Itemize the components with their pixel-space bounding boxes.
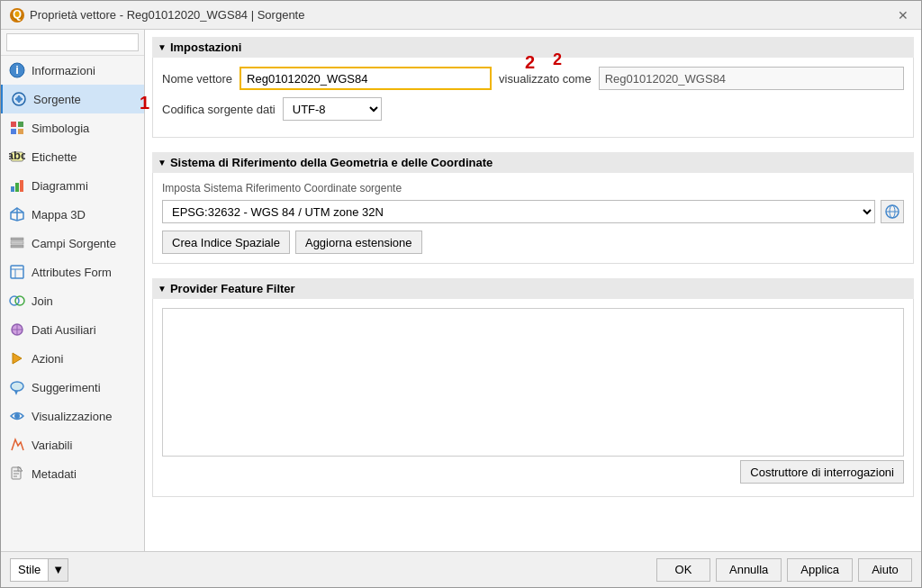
info-icon: i bbox=[8, 61, 26, 79]
sidebar-item-dati[interactable]: Dati Ausiliari bbox=[1, 315, 144, 344]
sidebar-item-attributes[interactable]: Attributes Form bbox=[1, 258, 144, 286]
svg-rect-9 bbox=[18, 129, 23, 134]
join-icon bbox=[8, 292, 26, 310]
sidebar-label-metadati: Metadati bbox=[32, 467, 77, 481]
crs-sub-label: Imposta Sistema Riferimento Coordinate s… bbox=[162, 182, 904, 194]
sidebar-label-variabili: Variabili bbox=[32, 439, 72, 452]
crs-btn-row: Crea Indice Spaziale Aggiorna estensione bbox=[162, 231, 904, 254]
stile-label: Stile bbox=[11, 563, 48, 576]
svg-rect-18 bbox=[11, 238, 23, 240]
sidebar-label-visualizzazione: Visualizzazione bbox=[32, 410, 112, 423]
impostazioni-title: Impostazioni bbox=[170, 41, 241, 54]
etichette-icon: abc bbox=[8, 148, 26, 166]
sidebar-item-azioni[interactable]: Azioni bbox=[1, 344, 144, 373]
footer-right: OK Annulla Applica Aiuto bbox=[656, 558, 912, 582]
codifica-select[interactable]: UTF-8 ISO-8859-1 UTF-16 bbox=[283, 97, 382, 121]
crs-select[interactable]: EPSG:32632 - WGS 84 / UTM zone 32N bbox=[162, 200, 875, 223]
crs-title: Sistema di Riferimento della Geometria e… bbox=[170, 156, 493, 169]
svg-rect-14 bbox=[20, 180, 23, 192]
impostazioni-header[interactable]: ▼ Impostazioni bbox=[152, 37, 914, 58]
campi-icon bbox=[8, 234, 26, 252]
annulla-button[interactable]: Annulla bbox=[716, 558, 782, 582]
sidebar-label-campi: Campi Sorgente bbox=[32, 237, 116, 250]
sidebar-item-suggerimenti[interactable]: Suggerimenti bbox=[1, 373, 144, 402]
aiuto-button[interactable]: Aiuto bbox=[858, 558, 912, 582]
costruttore-button[interactable]: Costruttore di interrogazioni bbox=[740, 460, 904, 484]
stile-combo[interactable]: Stile ▼ bbox=[10, 558, 68, 582]
nome-row: Nome vettore 2 visualizzato come bbox=[162, 67, 904, 90]
svg-rect-21 bbox=[11, 266, 23, 278]
svg-rect-7 bbox=[18, 122, 23, 127]
impostazioni-section: ▼ Impostazioni Nome vettore 2 visualizza… bbox=[152, 37, 914, 138]
footer: Stile ▼ OK Annulla Applica Aiuto bbox=[1, 551, 921, 587]
aggiorna-estensione-button[interactable]: Aggiorna estensione bbox=[295, 231, 422, 254]
nome-label: Nome vettore bbox=[162, 72, 232, 86]
visualizzato-input[interactable] bbox=[599, 67, 904, 90]
sidebar-label-sorgente: Sorgente bbox=[33, 93, 81, 106]
filter-header[interactable]: ▼ Provider Feature Filter bbox=[152, 278, 914, 299]
svg-text:i: i bbox=[15, 63, 19, 77]
sidebar-item-simbologia[interactable]: Simbologia bbox=[1, 113, 144, 142]
svg-point-25 bbox=[15, 296, 24, 305]
search-bar bbox=[1, 30, 144, 56]
sidebar-item-campi[interactable]: Campi Sorgente bbox=[1, 229, 144, 258]
sidebar-item-informazioni[interactable]: i Informazioni bbox=[1, 56, 144, 85]
sidebar-item-join[interactable]: Join bbox=[1, 286, 144, 315]
dati-icon bbox=[8, 321, 26, 339]
svg-rect-6 bbox=[11, 122, 16, 127]
svg-point-32 bbox=[14, 413, 20, 419]
mappa3d-icon bbox=[8, 205, 26, 223]
crs-header[interactable]: ▼ Sistema di Riferimento della Geometria… bbox=[152, 152, 914, 173]
sidebar-item-diagrammi[interactable]: Diagrammi bbox=[1, 171, 144, 200]
azioni-icon bbox=[8, 349, 26, 367]
metadati-icon bbox=[8, 465, 26, 483]
variabili-icon bbox=[8, 436, 26, 454]
sidebar-label-attributes: Attributes Form bbox=[32, 266, 112, 279]
sidebar-label-etichette: Etichette bbox=[32, 150, 77, 164]
sorgente-icon bbox=[10, 90, 28, 108]
crs-combo-row: EPSG:32632 - WGS 84 / UTM zone 32N bbox=[162, 200, 904, 223]
main-window: Q Proprietà vettore - Reg01012020_WGS84 … bbox=[0, 0, 922, 588]
applica-button[interactable]: Applica bbox=[787, 558, 853, 582]
filter-textarea-area bbox=[162, 308, 904, 457]
sidebar-item-visualizzazione[interactable]: Visualizzazione bbox=[1, 402, 144, 430]
simbologia-icon bbox=[8, 119, 26, 137]
sidebar-label-informazioni: Informazioni bbox=[32, 64, 95, 77]
svg-rect-20 bbox=[11, 245, 23, 248]
sidebar-item-metadati[interactable]: Metadati bbox=[1, 459, 144, 488]
crs-globe-button[interactable] bbox=[881, 200, 904, 223]
crs-section: ▼ Sistema di Riferimento della Geometria… bbox=[152, 152, 914, 264]
sidebar-label-mappa3d: Mappa 3D bbox=[32, 208, 86, 222]
sidebar: i Informazioni Sorgente Simbologia abc bbox=[1, 30, 145, 551]
sidebar-item-mappa3d[interactable]: Mappa 3D bbox=[1, 200, 144, 229]
footer-left: Stile ▼ bbox=[10, 558, 68, 582]
sidebar-label-diagrammi: Diagrammi bbox=[32, 179, 88, 193]
filter-textarea[interactable] bbox=[163, 309, 903, 453]
crs-arrow: ▼ bbox=[158, 158, 167, 167]
codifica-row: Codifica sorgente dati UTF-8 ISO-8859-1 … bbox=[162, 97, 904, 121]
impostazioni-arrow: ▼ bbox=[158, 42, 167, 52]
visualizzato-label: visualizzato come bbox=[499, 72, 592, 86]
filter-section: ▼ Provider Feature Filter Costruttore di… bbox=[152, 278, 914, 497]
search-input[interactable] bbox=[6, 33, 139, 51]
svg-text:abc: abc bbox=[9, 149, 25, 162]
crs-content: Imposta Sistema Riferimento Coordinate s… bbox=[152, 173, 914, 264]
diagrammi-icon bbox=[8, 176, 26, 194]
svg-marker-31 bbox=[14, 391, 18, 395]
crea-indice-button[interactable]: Crea Indice Spaziale bbox=[162, 231, 290, 254]
content-area: i Informazioni Sorgente Simbologia abc bbox=[1, 30, 921, 551]
titlebar: Q Proprietà vettore - Reg01012020_WGS84 … bbox=[1, 1, 921, 30]
nome-input[interactable] bbox=[240, 67, 492, 90]
ok-button[interactable]: OK bbox=[656, 558, 710, 582]
close-button[interactable]: ✕ bbox=[894, 6, 912, 24]
sidebar-label-join: Join bbox=[32, 294, 53, 308]
sidebar-item-variabili[interactable]: Variabili bbox=[1, 430, 144, 459]
stile-dropdown-arrow[interactable]: ▼ bbox=[48, 559, 68, 581]
window-title: Proprietà vettore - Reg01012020_WGS84 | … bbox=[30, 8, 304, 22]
svg-rect-19 bbox=[11, 241, 23, 244]
sidebar-label-simbologia: Simbologia bbox=[32, 122, 89, 135]
svg-rect-13 bbox=[15, 183, 19, 192]
filter-title: Provider Feature Filter bbox=[170, 282, 295, 295]
sidebar-item-sorgente[interactable]: Sorgente bbox=[1, 85, 144, 113]
sidebar-item-etichette[interactable]: abc Etichette bbox=[1, 142, 144, 171]
